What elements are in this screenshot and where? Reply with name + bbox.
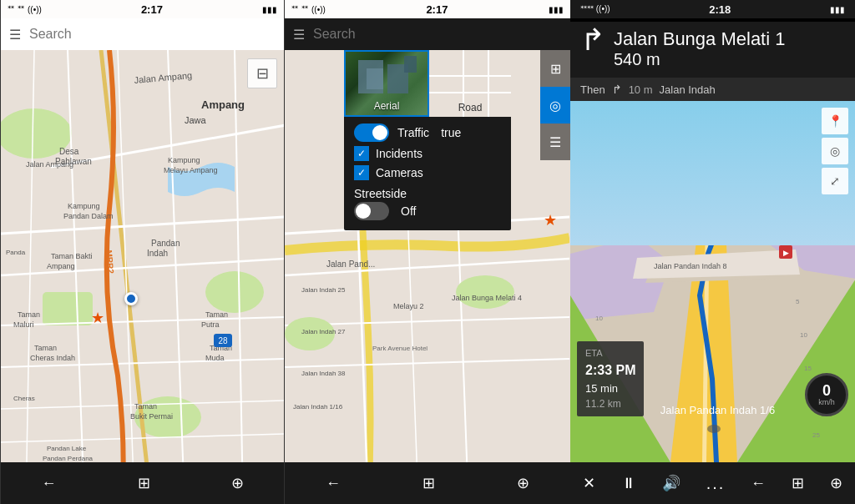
home-button-2[interactable]: ⊞ xyxy=(422,474,435,492)
incidents-item: ✓ Incidents xyxy=(344,142,511,161)
svg-text:25: 25 xyxy=(812,431,820,439)
status-bar-3: ᕯᕯ ((•)) 2:18 ▮▮▮ xyxy=(570,0,855,18)
svg-text:Pandan Lake: Pandan Lake xyxy=(47,445,87,452)
star-marker-1: ★ xyxy=(91,309,104,327)
svg-text:Jalan Pandan Indah 8: Jalan Pandan Indah 8 xyxy=(654,262,727,270)
panel-map: ᕯ ᕯ ((•)) 2:17 ▮▮▮ ☰ xyxy=(0,0,285,504)
battery-2: ▮▮▮ xyxy=(549,5,564,14)
svg-point-90 xyxy=(707,425,721,433)
traffic-on-label: true xyxy=(441,126,461,139)
nav-sound-button[interactable]: 🔊 xyxy=(662,474,680,492)
traffic-label: Traffic xyxy=(397,126,429,139)
streetside-knob xyxy=(356,204,371,219)
streetside-item: Streetside xyxy=(344,180,511,200)
status-time-2: 2:17 xyxy=(426,3,448,16)
svg-text:Ampang: Ampang xyxy=(47,262,75,270)
eta-time: 2:33 PM xyxy=(585,360,635,381)
signal-icon-4: ᕯ xyxy=(301,4,308,14)
layer-thumbnails: Aerial Road xyxy=(344,50,511,117)
svg-text:Desa: Desa xyxy=(59,147,79,156)
svg-text:28: 28 xyxy=(218,336,228,345)
next-turn-street: Jalan Indah xyxy=(660,83,716,96)
status-icons-3: ᕯᕯ ((•)) xyxy=(580,4,610,14)
nav-cancel-button[interactable]: ✕ xyxy=(583,474,595,492)
eta-km: 11.2 km xyxy=(585,396,635,411)
search-bar-2: ☰ xyxy=(285,18,570,50)
svg-text:Taman: Taman xyxy=(205,310,228,319)
panel-navigation: ᕯᕯ ((•)) 2:18 ▮▮▮ ↱ Jalan Bunga Melati 1… xyxy=(570,0,855,504)
next-turn-dist: 10 m xyxy=(629,83,653,96)
nav-map-3d: Jalan Pandan Indah 8 10 15 20 5 10 15 20… xyxy=(570,101,855,462)
incidents-checkbox[interactable]: ✓ xyxy=(354,146,369,161)
svg-text:Jalan Pand...: Jalan Pand... xyxy=(326,260,375,269)
svg-text:Pandan Perdana: Pandan Perdana xyxy=(43,455,94,462)
nav-pause-button[interactable]: ⏸ xyxy=(621,475,636,492)
svg-text:Pahlawan: Pahlawan xyxy=(55,157,92,166)
nav-more-button[interactable]: ... xyxy=(706,474,726,493)
nav-expand-button[interactable]: ⤢ xyxy=(822,168,848,194)
traffic-toggle[interactable] xyxy=(354,123,389,142)
back-button-2[interactable]: ← xyxy=(326,475,341,492)
road-label: Road xyxy=(429,102,511,113)
svg-text:5: 5 xyxy=(796,298,800,305)
battery-icon-3: ▮▮▮ xyxy=(830,5,845,14)
svg-text:Jalan Indah 27: Jalan Indah 27 xyxy=(301,328,346,335)
svg-point-59 xyxy=(456,275,514,309)
status-bar-2: ᕯ ᕯ ((•)) 2:17 ▮▮▮ xyxy=(285,0,570,18)
streetside-toggle-row: Off xyxy=(344,200,511,220)
layers-button-1[interactable]: ⊟ xyxy=(247,58,277,88)
wifi-icon-2: ((•)) xyxy=(311,5,326,14)
svg-text:Kampung: Kampung xyxy=(68,202,100,210)
search-button-2[interactable]: ⊕ xyxy=(517,474,529,492)
signal-icon-2: ᕯ xyxy=(18,4,24,14)
next-then-label: Then xyxy=(580,83,605,96)
svg-text:15: 15 xyxy=(804,365,812,372)
layers-button-2[interactable]: ☰ xyxy=(540,123,570,160)
nav-bottom-controls: ✕ ⏸ 🔊 ... ← ⊞ ⊕ xyxy=(570,462,855,504)
road-thumb[interactable]: Road xyxy=(429,50,511,117)
map-controls-1: ⊟ xyxy=(247,58,277,88)
search-input-2[interactable] xyxy=(313,27,562,42)
home-button-1[interactable]: ⊞ xyxy=(138,474,150,492)
svg-rect-3 xyxy=(43,292,93,325)
svg-text:Kampung: Kampung xyxy=(168,156,200,164)
nav-pin-button[interactable]: 📍 xyxy=(822,108,848,134)
back-button-1[interactable]: ← xyxy=(42,475,57,492)
location-button[interactable]: ◎ xyxy=(540,87,570,123)
nav-direction: ↱ Jalan Bunga Melati 1 540 m xyxy=(580,28,845,69)
battery-1: ▮▮▮ xyxy=(262,5,277,14)
eta-duration: 15 min xyxy=(585,381,635,397)
map-background-1: Jalan Ampang Ampang Jawa Jalan Ampang De… xyxy=(1,0,284,504)
location-dot-1 xyxy=(124,292,138,305)
svg-point-2 xyxy=(205,271,264,313)
status-time-3: 2:18 xyxy=(709,3,731,16)
aerial-label: Aerial xyxy=(346,100,428,112)
eta-box: ETA 2:33 PM 15 min 11.2 km xyxy=(577,341,644,416)
bottom-bar-2: ← ⊞ ⊕ xyxy=(285,462,570,504)
streetside-off-label: Off xyxy=(401,204,416,218)
next-turn-arrow: ↱ xyxy=(612,83,622,96)
nav-back-button[interactable]: ← xyxy=(751,475,766,492)
svg-text:Indah: Indah xyxy=(147,249,168,258)
cameras-label: Cameras xyxy=(376,166,423,179)
nav-distance: 540 m xyxy=(614,50,785,69)
nav-home-button[interactable]: ⊞ xyxy=(792,474,804,492)
hamburger-icon-2[interactable]: ☰ xyxy=(293,27,305,43)
nav-street-info: Jalan Bunga Melati 1 540 m xyxy=(614,28,785,69)
status-icons-2: ᕯ ᕯ ((•)) xyxy=(291,4,326,14)
svg-text:Jalan Indah 1/16: Jalan Indah 1/16 xyxy=(293,403,343,411)
cameras-checkbox[interactable]: ✓ xyxy=(354,165,369,180)
grid-button[interactable]: ⊞ xyxy=(540,50,570,87)
aerial-thumb[interactable]: Aerial xyxy=(344,50,429,117)
signal-icon-5: ᕯᕯ ((•)) xyxy=(580,4,610,14)
streetside-toggle[interactable] xyxy=(354,202,389,220)
wifi-icon-1: ((•)) xyxy=(28,5,42,14)
search-button-1[interactable]: ⊕ xyxy=(231,474,244,492)
svg-text:Cheras Indah: Cheras Indah xyxy=(30,354,75,362)
nav-search-button[interactable]: ⊕ xyxy=(830,474,842,492)
search-input-1[interactable] xyxy=(29,27,276,42)
svg-text:Panda: Panda xyxy=(6,249,26,256)
hamburger-icon-1[interactable]: ☰ xyxy=(9,27,21,43)
nav-location-button[interactable]: ◎ xyxy=(822,138,848,164)
svg-text:Jawa: Jawa xyxy=(185,115,207,125)
